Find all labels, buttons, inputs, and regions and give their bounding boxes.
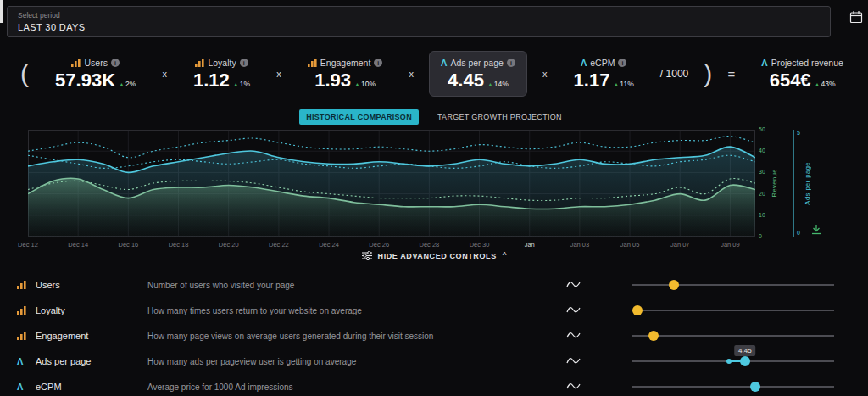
formula-row: ( Users i 57.93K ▲ 2% x Loyalty i [20,47,854,100]
delta-value: 43% [821,80,836,88]
slider-handle[interactable] [648,331,659,341]
divisor-label: / 1000 [660,68,688,80]
metric-projected-revenue[interactable]: Λ Projected revenue 654€ ▲ 43% [750,52,854,96]
sparkline-toggle-icon[interactable] [566,303,581,318]
equals-sign: = [727,67,735,81]
x-axis-label: Dec 16 [118,241,138,248]
metric-delta: ▲ 43% [815,80,836,90]
metric-delta: ▲ 2% [119,80,136,90]
metric-ecpm[interactable]: Λ eCPM i 1.17 ▲ 11% [563,52,645,96]
revenue-projection-dashboard: Select period LAST 30 DAYS ( Users i 57.… [0,0,868,396]
tab-target[interactable]: TARGET GROWTH PROJECTION [431,109,569,125]
ads-per-page-slider[interactable]: 4.45 [632,355,834,367]
metric-users-header: Users i [71,58,119,68]
x-axis-label: Jan 05 [620,241,640,248]
delta-value: 10% [361,80,376,88]
slider-tooltip: 4.45 [734,345,756,356]
metric-value: 4.45 [448,71,484,90]
revenue-tick: 0 [759,233,762,239]
chart-tabs: HISTORICAL COMPARISONTARGET GROWTH PROJE… [0,109,868,125]
loyalty-slider[interactable] [632,304,834,316]
control-row-ads-per-page: Λ Ads per page How many ads per pageview… [17,349,834,374]
projected-revenue-metric-icon: Λ [761,59,767,68]
slider-track[interactable] [632,310,834,311]
info-icon[interactable]: i [240,59,248,67]
slider-track[interactable] [632,386,834,388]
engagement-slider[interactable] [632,330,834,342]
screen-edge-artifact [0,0,3,23]
slider-handle[interactable] [750,382,760,392]
x-axis-label: Dec 20 [219,241,239,248]
ecpm-metric-icon: Λ [581,59,587,68]
time-series-chart[interactable] [28,130,755,237]
control-row-users: Users Number of users who visited your p… [17,272,834,298]
x-axis-label: Jan 09 [721,241,740,248]
metric-name: Engagement [320,58,371,68]
sparkline-toggle-icon[interactable] [566,379,581,394]
x-axis-label: Dec 18 [169,241,189,248]
slider-handle[interactable] [669,280,679,290]
metric-users[interactable]: Users i 57.93K ▲ 2% [44,52,147,96]
metric-value: 654€ [770,71,811,90]
delta-value: 14% [494,80,509,88]
x-axis-label: Dec 14 [68,241,88,248]
metric-projected-revenue-header: Λ Projected revenue [761,58,843,68]
x-axis-label: Dec 30 [470,241,490,248]
advanced-controls-toggle[interactable]: HIDE ADVANCED CONTROLS ^ [0,251,868,260]
ecpm-icon: Λ [17,382,36,392]
calendar-icon[interactable] [849,10,863,24]
slider-track[interactable] [632,335,834,337]
period-select[interactable]: Select period LAST 30 DAYS [7,6,831,37]
period-select-label: Select period [18,11,820,20]
revenue-tick: 10 [759,212,765,218]
sparkline-toggle-icon[interactable] [566,328,581,343]
ecpm-slider[interactable] [632,381,834,393]
metric-ads-per-page-header: Λ Ads per page i [441,58,515,68]
metric-delta: ▲ 11% [613,80,633,90]
slider-track[interactable] [632,284,834,286]
metric-loyalty-header: Loyalty i [195,58,248,68]
tab-historical[interactable]: HISTORICAL COMPARISON [299,109,419,125]
info-icon[interactable]: i [111,59,120,67]
info-icon[interactable]: i [618,59,626,67]
metric-ads-per-page[interactable]: Λ Ads per page i 4.45 ▲ 14% [429,51,527,97]
metric-value: 1.17 [574,71,610,90]
download-icon[interactable] [811,223,821,234]
loyalty-icon [17,306,36,315]
ads-per-page-axis-label: Ads per page [804,130,811,237]
control-description: Number of users who visited your page [147,281,542,290]
sparkline-toggle-icon[interactable] [566,354,581,369]
sparkline-toggle-icon[interactable] [566,277,581,293]
slider-handle[interactable] [632,305,643,315]
users-metric-icon [71,59,81,67]
control-name: Loyalty [36,305,147,315]
metric-delta: ▲ 10% [354,80,376,90]
x-axis-label: Dec 24 [319,241,339,248]
delta-value: 11% [620,80,633,88]
revenue-tick: 20 [759,191,765,197]
delta-up-icon: ▲ [354,81,360,87]
control-row-ecpm: Λ eCPM Average price for 1000 Ad impress… [17,374,834,396]
metric-delta: ▲ 14% [487,80,509,90]
metric-value-row: 1.93 ▲ 10% [314,71,376,90]
metric-ecpm-header: Λ eCPM i [581,58,627,68]
users-slider[interactable] [632,279,834,291]
control-name: Engagement [36,331,147,341]
delta-up-icon: ▲ [815,81,821,87]
engagement-icon [17,332,36,340]
multiply-operator: x [162,69,167,79]
revenue-axis-label: Revenue [771,130,778,237]
delta-up-icon: ▲ [119,81,125,87]
control-name: eCPM [36,382,147,392]
slider-handle[interactable] [740,356,750,366]
x-axis-label: Dec 28 [419,241,439,248]
open-paren: ( [20,61,29,86]
control-description: How many times users return to your webs… [147,306,542,315]
metric-engagement[interactable]: Engagement i 1.93 ▲ 10% [297,52,394,96]
metric-loyalty[interactable]: Loyalty i 1.12 ▲ 1% [182,52,261,96]
metric-name: Loyalty [208,58,236,68]
chevron-up-icon: ^ [503,252,507,260]
info-icon[interactable]: i [507,59,515,67]
multiply-operator: x [542,69,548,79]
info-icon[interactable]: i [374,59,382,67]
